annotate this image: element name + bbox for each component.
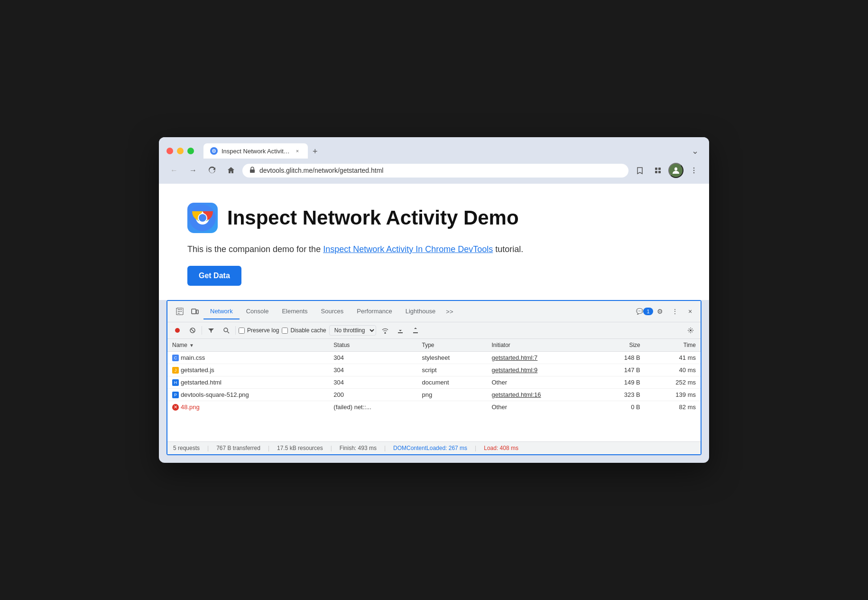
tab-network[interactable]: Network xyxy=(203,304,240,319)
disable-cache-checkbox[interactable] xyxy=(282,328,288,334)
svg-rect-17 xyxy=(196,310,198,314)
table-empty-space xyxy=(167,413,701,441)
cell-initiator[interactable]: getstarted.html:16 xyxy=(487,389,597,401)
name-filter-arrow[interactable]: ▼ xyxy=(189,343,194,348)
tab-more-button[interactable]: >> xyxy=(442,304,457,319)
file-name[interactable]: getstarted.js xyxy=(181,366,214,374)
menu-button[interactable] xyxy=(686,163,702,178)
network-toolbar: Preserve log Disable cache No throttling xyxy=(167,322,701,339)
clear-button[interactable] xyxy=(186,324,199,337)
table-row[interactable]: Cmain.css304stylesheetgetstarted.html:71… xyxy=(167,352,701,364)
import-button[interactable] xyxy=(394,324,406,337)
sep3: | xyxy=(331,445,332,451)
url-text: devtools.glitch.me/network/getstarted.ht… xyxy=(259,167,622,174)
subtitle-link[interactable]: Inspect Network Activity In Chrome DevTo… xyxy=(323,244,493,254)
svg-point-1 xyxy=(213,150,215,152)
svg-point-23 xyxy=(385,333,386,334)
cell-name: Cmain.css xyxy=(167,352,329,364)
name-col: ✕48.png xyxy=(172,403,324,411)
preserve-log-checkbox[interactable] xyxy=(239,328,245,334)
cell-size: 148 B xyxy=(597,352,645,364)
tab-lighthouse[interactable]: Lighthouse xyxy=(399,304,443,319)
disable-cache-checkbox-label[interactable]: Disable cache xyxy=(282,327,326,334)
export-button[interactable] xyxy=(409,324,422,337)
network-settings-button[interactable] xyxy=(684,324,697,337)
cell-time: 252 ms xyxy=(645,376,701,389)
subtitle-prefix: This is the companion demo for the xyxy=(187,244,323,254)
devtools-settings-button[interactable]: ⚙ xyxy=(653,305,666,318)
reload-button[interactable] xyxy=(204,163,220,178)
page-title: Inspect Network Activity Demo xyxy=(227,206,519,229)
devtools-messages-button[interactable]: 💬 1 xyxy=(638,305,651,318)
home-button[interactable] xyxy=(223,163,239,178)
minimize-traffic-light[interactable] xyxy=(177,148,184,154)
file-name[interactable]: main.css xyxy=(181,354,205,361)
file-icon-css: C xyxy=(172,355,179,361)
page-content: Inspect Network Activity Demo This is th… xyxy=(159,184,709,300)
get-data-button[interactable]: Get Data xyxy=(187,266,241,286)
table-row[interactable]: Hgetstarted.html304documentOther149 B252… xyxy=(167,376,701,389)
maximize-traffic-light[interactable] xyxy=(187,148,194,154)
messages-badge: 1 xyxy=(643,308,653,315)
device-toolbar-icon[interactable] xyxy=(188,305,202,318)
cell-name: Pdevtools-square-512.png xyxy=(167,389,329,401)
extension-button[interactable] xyxy=(650,163,665,178)
devtools-more-button[interactable]: ⋮ xyxy=(668,305,682,318)
back-button[interactable]: ← xyxy=(166,163,182,178)
svg-rect-2 xyxy=(250,169,255,173)
tab-close-button[interactable]: × xyxy=(294,147,301,155)
forward-button[interactable]: → xyxy=(185,163,201,178)
cell-initiator[interactable]: getstarted.html:9 xyxy=(487,364,597,376)
cell-status: (failed) net::... xyxy=(329,401,417,413)
active-tab[interactable]: Inspect Network Activity Dem × xyxy=(203,143,308,159)
finish-time: Finish: 493 ms xyxy=(340,445,377,451)
new-tab-button[interactable]: + xyxy=(308,144,323,159)
requests-count: 5 requests xyxy=(173,445,200,451)
url-bar[interactable]: devtools.glitch.me/network/getstarted.ht… xyxy=(242,164,628,178)
tab-sources[interactable]: Sources xyxy=(314,304,351,319)
throttle-select[interactable]: No throttling xyxy=(329,325,376,336)
devtools-toolbar-icons xyxy=(171,301,203,322)
col-type: Type xyxy=(417,339,487,352)
inspect-element-icon[interactable] xyxy=(173,305,186,318)
file-icon-html: H xyxy=(172,379,179,386)
preserve-log-checkbox-label[interactable]: Preserve log xyxy=(239,327,279,334)
subtitle-suffix: tutorial. xyxy=(493,244,523,254)
wifi-icon[interactable] xyxy=(379,324,391,337)
svg-line-20 xyxy=(191,329,194,332)
svg-point-8 xyxy=(693,168,694,169)
cell-type: png xyxy=(417,389,487,401)
profile-button[interactable] xyxy=(668,163,683,178)
tab-performance[interactable]: Performance xyxy=(350,304,398,319)
cell-status: 304 xyxy=(329,376,417,389)
cell-name: Jgetstarted.js xyxy=(167,364,329,376)
tab-console[interactable]: Console xyxy=(240,304,276,319)
transferred-size: 767 B transferred xyxy=(216,445,260,451)
tab-elements[interactable]: Elements xyxy=(275,304,314,319)
svg-point-21 xyxy=(224,328,228,332)
file-name[interactable]: devtools-square-512.png xyxy=(181,391,249,398)
nav-actions xyxy=(632,163,702,178)
svg-point-7 xyxy=(674,168,677,171)
tab-dropdown-button[interactable]: ⌄ xyxy=(689,143,702,159)
cell-size: 149 B xyxy=(597,376,645,389)
cell-size: 147 B xyxy=(597,364,645,376)
cell-time: 82 ms xyxy=(645,401,701,413)
table-row[interactable]: Jgetstarted.js304scriptgetstarted.html:9… xyxy=(167,364,701,376)
record-stop-button[interactable] xyxy=(171,324,184,337)
search-button[interactable] xyxy=(220,324,232,337)
filter-button[interactable] xyxy=(205,324,217,337)
table-row[interactable]: ✕48.png(failed) net::...Other0 B82 ms xyxy=(167,401,701,413)
cell-name: Hgetstarted.html xyxy=(167,376,329,389)
chrome-logo xyxy=(187,203,218,233)
page-subtitle: This is the companion demo for the Inspe… xyxy=(187,244,681,254)
devtools-close-button[interactable]: × xyxy=(683,305,697,318)
network-table-body: Cmain.css304stylesheetgetstarted.html:71… xyxy=(167,352,701,413)
table-row[interactable]: Pdevtools-square-512.png200pnggetstarted… xyxy=(167,389,701,401)
bookmark-button[interactable] xyxy=(632,163,647,178)
cell-initiator[interactable]: getstarted.html:7 xyxy=(487,352,597,364)
file-name[interactable]: 48.png xyxy=(181,403,200,411)
file-name[interactable]: getstarted.html xyxy=(181,379,222,386)
close-traffic-light[interactable] xyxy=(166,148,173,154)
cell-name: ✕48.png xyxy=(167,401,329,413)
